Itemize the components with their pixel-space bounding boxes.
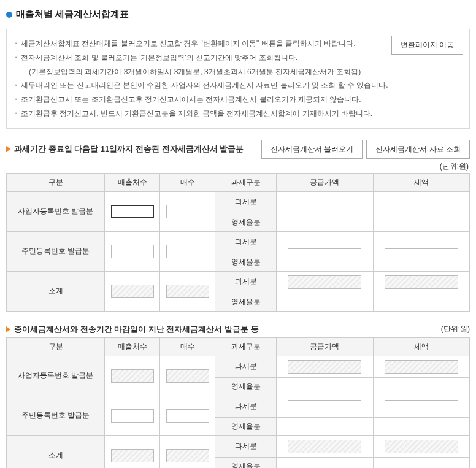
taxrow-youngse: 영세율분 [215,457,277,468]
row-label-res: 주민등록번호 발급분 [7,231,105,271]
taxrow-youngse: 영세율분 [215,293,277,311]
t2-res-chul[interactable] [111,409,154,423]
t2-sub-chul [111,449,154,462]
t1-biz-youngse-supply-cell [277,213,374,231]
t2-sub-gwase-supply [288,440,361,453]
t1-biz-gwase-tax[interactable] [385,196,458,209]
t2-res-gwase-supply[interactable] [288,400,361,413]
t1-res-maesu[interactable] [166,245,209,258]
t2-biz-youngse-supply-cell [277,377,374,396]
table-row: 소계 과세분 [7,271,470,293]
page-title: 매출처별 세금계산서합계표 [6,9,470,20]
row-label-biz: 사업자등록번호 발급분 [7,356,105,396]
t1-sub-gwase-supply [288,275,361,289]
th-supply: 공급가액 [277,337,374,356]
row-label-res: 주민등록번호 발급분 [7,396,105,435]
unit-label: (단위:원) [441,324,470,334]
t2-res-youngse-tax-cell [373,417,470,435]
convert-page-button[interactable]: 변환페이지 이동 [391,36,463,55]
section1-title-text: 과세기간 종료일 다음달 11일까지 전송된 전자세금계산서 발급분 [14,144,244,155]
t1-biz-maesu[interactable] [166,205,209,218]
page-title-text: 매출처별 세금계산서합계표 [16,9,129,20]
section1-title: 과세기간 종료일 다음달 11일까지 전송된 전자세금계산서 발급분 [6,144,244,155]
t1-res-youngse-supply-cell [277,253,374,271]
t2-biz-chul [111,369,154,383]
title-bullet-icon [6,12,12,18]
th-taxgubun: 과세구분 [215,337,277,356]
t2-res-gwase-tax[interactable] [385,400,458,413]
th-tax: 세액 [373,337,470,356]
taxrow-gwase: 과세분 [215,356,277,377]
t2-sub-youngse-supply-cell [277,457,374,468]
t2-res-maesu[interactable] [166,409,209,423]
table-header-row: 구분 매출처수 매수 과세구분 공급가액 세액 [7,337,470,356]
arrow-icon [6,326,10,332]
notice-item: 조기환급신고시 또는 조기환급신고후 정기신고시에서는 전자세금계산서 불러오기… [15,93,461,107]
th-tax: 세액 [373,173,470,191]
unit-label: (단위:원) [6,161,469,172]
load-einvoice-button[interactable]: 전자세금계산서 불러오기 [261,140,363,159]
t2-res-youngse-supply-cell [277,417,374,435]
t2-sub-maesu [166,449,209,462]
notice-item: 조기환급후 정기신고시, 반드시 기환급신고분을 제외한 금액을 전자세금계산서… [15,107,461,121]
t2-biz-gwase-tax [385,360,458,374]
th-gubun: 구분 [7,337,105,356]
t1-sub-gwase-tax [385,275,458,289]
t2-sub-youngse-tax-cell [373,457,470,468]
th-maesu: 매수 [160,173,215,191]
table-row: 사업자등록번호 발급분 과세분 [7,356,470,377]
row-label-sub: 소계 [7,435,105,468]
taxrow-gwase: 과세분 [215,271,277,293]
table-header-row: 구분 매출처수 매수 과세구분 공급가액 세액 [7,173,470,191]
th-chul: 매출처수 [105,337,160,356]
t2-biz-youngse-tax-cell [373,377,470,396]
th-taxgubun: 과세구분 [215,173,277,191]
t1-res-chul[interactable] [111,245,154,258]
notice-box: 변환페이지 이동 세금계산서합계표 전산매체를 불러오기로 신고할 경우 "변환… [6,29,470,129]
t1-biz-gwase-supply[interactable] [288,196,361,209]
row-label-sub: 소계 [7,271,105,311]
taxrow-youngse: 영세율분 [215,213,277,231]
t1-res-gwase-supply[interactable] [288,236,361,249]
t2-biz-maesu [166,369,209,383]
taxrow-youngse: 영세율분 [215,253,277,271]
section2-title-text: 종이세금계산서와 전송기간 마감일이 지난 전자세금계산서 발급분 등 [14,324,259,335]
taxrow-gwase: 과세분 [215,191,277,213]
table-row: 소계 과세분 [7,435,470,457]
t2-biz-gwase-supply [288,360,361,374]
taxrow-gwase: 과세분 [215,396,277,417]
th-maesu: 매수 [160,337,215,356]
th-chul: 매출처수 [105,173,160,191]
table1: 구분 매출처수 매수 과세구분 공급가액 세액 사업자등록번호 발급분 과세분 … [6,173,470,312]
t1-res-gwase-tax[interactable] [385,236,458,249]
table-row: 주민등록번호 발급분 과세분 [7,396,470,417]
table-row: 주민등록번호 발급분 과세분 [7,231,470,253]
table-row: 사업자등록번호 발급분 과세분 [7,191,470,213]
th-gubun: 구분 [7,173,105,191]
section2-header: 종이세금계산서와 전송기간 마감일이 지난 전자세금계산서 발급분 등 (단위:… [6,324,470,335]
t2-sub-gwase-tax [385,440,458,453]
section2-title: 종이세금계산서와 전송기간 마감일이 지난 전자세금계산서 발급분 등 [6,324,259,335]
query-einvoice-button[interactable]: 전자세금계산서 자료 조회 [366,140,470,159]
taxrow-gwase: 과세분 [215,435,277,457]
taxrow-youngse: 영세율분 [215,377,277,396]
arrow-icon [6,146,10,152]
t1-sub-maesu [166,285,209,298]
t1-sub-chul [111,285,154,298]
t1-biz-chul[interactable] [111,205,154,218]
t1-sub-youngse-supply-cell [277,293,374,311]
taxrow-gwase: 과세분 [215,231,277,253]
t1-res-youngse-tax-cell [373,253,470,271]
notice-item: 세무대리인 또는 신고대리인은 본인이 수임한 사업자의 전자세금계산서 자료만… [15,79,461,93]
section1-buttons: 전자세금계산서 불러오기 전자세금계산서 자료 조회 [261,140,470,159]
notice-item: (기본정보입력의 과세기간이 3개월이하일시 3개월분, 3개월초과시 6개월분… [15,65,461,79]
table2: 구분 매출처수 매수 과세구분 공급가액 세액 사업자등록번호 발급분 과세분 … [6,337,470,468]
t1-biz-youngse-tax-cell [373,213,470,231]
t1-sub-youngse-tax-cell [373,293,470,311]
section1-header: 과세기간 종료일 다음달 11일까지 전송된 전자세금계산서 발급분 전자세금계… [6,140,470,159]
th-supply: 공급가액 [277,173,374,191]
taxrow-youngse: 영세율분 [215,417,277,435]
row-label-biz: 사업자등록번호 발급분 [7,191,105,231]
